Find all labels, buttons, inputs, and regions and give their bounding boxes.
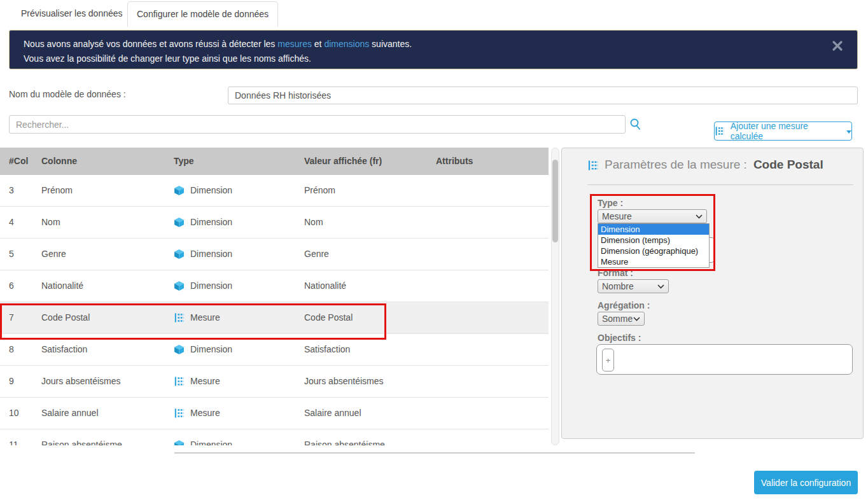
type-option[interactable]: Dimension (géographique): [598, 246, 709, 256]
table-row[interactable]: 8SatisfactionDimensionSatisfaction: [0, 334, 549, 366]
row-column-name: Nationalité: [41, 270, 83, 302]
banner-text: suivantes.: [369, 39, 412, 49]
row-type-cell: Dimension: [174, 207, 232, 238]
row-column-name: Satisfaction: [41, 334, 87, 365]
format-select[interactable]: Nombre: [598, 279, 669, 293]
chevron-down-icon: [657, 284, 664, 289]
measure-icon: [174, 408, 185, 419]
close-icon[interactable]: [832, 40, 843, 52]
objectives-label: Objectifs :: [598, 333, 641, 343]
row-type-label: Dimension: [190, 175, 232, 206]
row-type-label: Dimension: [190, 239, 232, 270]
measure-parameters-panel: Paramètres de la mesure : Code Postal Ty…: [561, 148, 864, 439]
mesures-link[interactable]: mesures: [277, 39, 312, 49]
table-row[interactable]: 4NomDimensionNom: [0, 207, 549, 239]
row-display-value: Jours absentéismes: [304, 366, 384, 397]
row-col-number: 10: [9, 398, 19, 429]
scrollbar-thumb[interactable]: [552, 160, 558, 242]
row-type-cell: Dimension: [174, 239, 232, 270]
row-display-value: Nom: [304, 207, 323, 238]
row-type-cell: Mesure: [174, 366, 220, 397]
data-model-config-page: Prévisualiser les données Configurer le …: [0, 0, 868, 500]
table-row[interactable]: 7Code PostalMesureCode Postal: [0, 302, 549, 334]
row-column-name: Prénom: [41, 175, 73, 206]
table-row[interactable]: 10Salaire annuelMesureSalaire annuel: [0, 398, 549, 429]
row-col-number: 7: [9, 302, 14, 333]
table-scrollbar[interactable]: [551, 148, 559, 445]
row-column-name: Jours absentéismes: [41, 366, 121, 397]
row-col-number: 8: [9, 334, 14, 365]
row-display-value: Satisfaction: [304, 334, 350, 365]
dimension-icon: [174, 344, 185, 355]
type-label: Type :: [598, 198, 623, 208]
row-display-value: Code Postal: [304, 302, 353, 333]
table-body: 3PrénomDimensionPrénom4NomDimensionNom5G…: [0, 175, 549, 445]
measure-icon: [174, 312, 185, 323]
chevron-down-icon: [696, 214, 703, 219]
model-name-input[interactable]: [228, 87, 858, 104]
row-column-name: Genre: [41, 239, 66, 270]
row-type-cell: Dimension: [174, 429, 232, 445]
row-type-label: Mesure: [190, 366, 220, 397]
caret-down-icon: [846, 130, 851, 134]
type-select-value: Mesure: [602, 211, 632, 221]
row-type-cell: Dimension: [174, 270, 232, 302]
row-type-cell: Mesure: [174, 302, 220, 333]
row-display-value: Salaire annuel: [304, 398, 361, 429]
dimension-icon: [174, 249, 185, 260]
header-attributes: Attributs: [436, 148, 473, 175]
table-row[interactable]: 6NationalitéDimensionNationalité: [0, 270, 549, 302]
header-column-name: Colonne: [41, 148, 77, 175]
panel-title-measure-name: Code Postal: [753, 158, 823, 172]
row-type-label: Dimension: [190, 334, 232, 365]
row-column-name: Salaire annuel: [41, 398, 99, 429]
table-row[interactable]: 5GenreDimensionGenre: [0, 239, 549, 270]
table-row[interactable]: 11Raison absentéismeDimensionRaison abse…: [0, 429, 549, 445]
table-row[interactable]: 3PrénomDimensionPrénom: [0, 175, 549, 207]
dimension-icon: [174, 440, 185, 445]
row-column-name: Raison absentéisme: [41, 429, 122, 445]
row-col-number: 6: [9, 270, 14, 302]
measure-icon: [174, 376, 185, 387]
row-type-cell: Mesure: [174, 398, 220, 429]
dimensions-link[interactable]: dimensions: [324, 39, 369, 49]
row-column-name: Nom: [41, 207, 60, 238]
add-objective-button[interactable]: +: [602, 349, 614, 372]
type-select[interactable]: Mesure: [598, 209, 707, 223]
search-icon[interactable]: [629, 118, 641, 130]
row-type-cell: Dimension: [174, 334, 232, 365]
aggregation-label: Agrégation :: [598, 300, 650, 310]
search-input[interactable]: [9, 115, 626, 134]
dimension-icon: [174, 281, 185, 291]
row-col-number: 5: [9, 239, 14, 270]
panel-title: Paramètres de la mesure : Code Postal: [587, 158, 823, 172]
header-type: Type: [174, 148, 194, 175]
type-option[interactable]: Mesure: [598, 256, 709, 267]
info-banner: Nous avons analysé vos données et avons …: [9, 30, 858, 69]
tab-previsualiser-les-donnees[interactable]: Prévisualiser les données: [5, 1, 139, 27]
row-type-label: Dimension: [190, 429, 232, 445]
add-calculated-measure-button[interactable]: Ajouter une mesure calculée: [714, 122, 852, 141]
header-display-value: Valeur affichée (fr): [304, 148, 382, 175]
type-option[interactable]: Dimension: [598, 224, 709, 235]
measure-icon: [587, 160, 598, 170]
format-select-value: Nombre: [602, 281, 634, 291]
tab-configurer-le-modele[interactable]: Configurer le modèle de données: [127, 1, 278, 27]
model-name-label: Nom du modèle de données :: [9, 89, 126, 99]
type-dropdown-list: DimensionDimension (temps)Dimension (géo…: [598, 223, 710, 268]
table-header: #Col Colonne Type Valeur affichée (fr) A…: [0, 148, 549, 175]
type-option[interactable]: Dimension (temps): [598, 235, 709, 246]
header-col-number: #Col: [9, 148, 28, 175]
columns-table: #Col Colonne Type Valeur affichée (fr) A…: [0, 148, 549, 445]
aggregation-select[interactable]: Somme: [598, 312, 645, 326]
table-row[interactable]: 9Jours absentéismesMesureJours absentéis…: [0, 366, 549, 398]
row-type-cell: Dimension: [174, 175, 232, 206]
row-col-number: 9: [9, 366, 14, 397]
validate-configuration-button[interactable]: Valider la configuration: [754, 471, 858, 494]
bottom-divider: [174, 452, 695, 454]
row-type-label: Dimension: [190, 207, 232, 238]
banner-text: et: [312, 39, 324, 49]
aggregation-select-value: Somme: [602, 314, 633, 324]
dimension-icon: [174, 217, 185, 228]
row-display-value: Genre: [304, 239, 329, 270]
